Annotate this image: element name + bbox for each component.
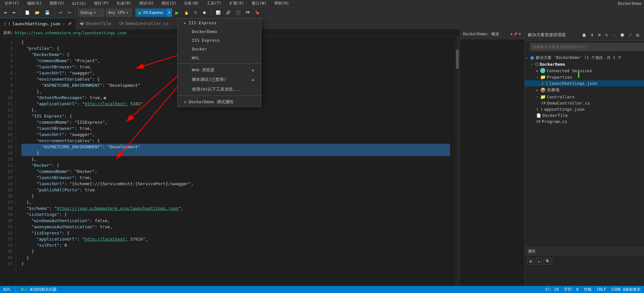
cs-arrow: ▶: [536, 69, 538, 73]
save-all-button[interactable]: 💾: [43, 9, 52, 16]
se-democontroller[interactable]: C# DemoController.cs: [525, 100, 644, 106]
status-col: 字符: 8: [564, 287, 579, 292]
se-launchsettings[interactable]: { } launchSettings.json: [525, 80, 644, 86]
se-refresh-btn[interactable]: ↻: [604, 32, 610, 38]
se-controllers[interactable]: ▾ 📁 Controllers: [525, 94, 644, 100]
democontroller-label: DemoController.cs: [547, 101, 590, 106]
main-area: 架构: https://json.schemastore.org/launchs…: [0, 29, 644, 286]
code-line: }: [21, 254, 450, 261]
undo-button[interactable]: ↩: [57, 9, 64, 16]
menu-item-test[interactable]: 测试(S): [159, 0, 178, 7]
code-line: "Docker": {: [21, 162, 450, 168]
back-button[interactable]: ⬅: [2, 9, 9, 16]
scrollbar-thumb[interactable]: [456, 50, 459, 69]
bookmark-button[interactable]: 🔖: [253, 9, 262, 16]
tab-launch-settings[interactable]: { } launchSettings.json ✕ 📌: [0, 18, 76, 29]
diagnostics-button[interactable]: 📊: [214, 9, 223, 16]
preview-pin[interactable]: 📌: [513, 32, 517, 36]
se-new-btn[interactable]: 🔲: [618, 32, 626, 38]
se-connected-services[interactable]: ▶ ⚡ Connected Services: [525, 67, 644, 74]
menu-item-tools[interactable]: 工具(T): [205, 0, 224, 7]
code-line: }: [21, 248, 450, 254]
toolbar: ⬅ ➡ 📄 📂 💾 ↩ ↪ Debug ▾ Any CPU ▾ ▶ IIS Ex…: [0, 7, 644, 18]
preview-header: DockerDemo: 概述 ▾ 📌 ✕: [460, 29, 524, 39]
menu-item-help[interactable]: 帮助(H): [272, 0, 291, 7]
solution-explorer-tree: ▾ 🔷 解决方案 'DockerDemo' (1 个项目，共 1 个 ▾ ⬡ D…: [525, 53, 644, 247]
props-folder-icon: 📁: [540, 74, 546, 80]
editor-scrollbar[interactable]: [455, 37, 460, 286]
toolbar-separator-2: [54, 9, 55, 16]
se-home-btn[interactable]: 🏠: [580, 32, 588, 38]
breakpoints-button[interactable]: ⬛: [234, 9, 243, 16]
dropdown-web-browser[interactable]: Web 浏览器 ▶: [178, 65, 261, 75]
debug-config-dropdown[interactable]: Debug ▾: [78, 9, 104, 17]
dropdown-dockerdemo[interactable]: DockerDemo: [178, 27, 261, 36]
se-settings-btn[interactable]: ⚙: [596, 32, 603, 38]
menu-item-project[interactable]: 项目(P): [92, 0, 111, 7]
menu-item-analyze[interactable]: 分析(N): [182, 0, 201, 7]
menu-item-file[interactable]: 文件(F): [3, 0, 21, 7]
menu-item-edit[interactable]: 编辑(E): [25, 0, 44, 7]
cpu-config-dropdown[interactable]: Any CPU ▾: [106, 9, 132, 17]
project-node[interactable]: ▾ ⬡ DockerDemo: [525, 61, 644, 67]
properties-header: 属性: [525, 247, 644, 256]
dropdown-script-debug[interactable]: 脚本调试(已禁用) ▶: [178, 75, 261, 85]
prop-grid-btn[interactable]: ⊞: [527, 258, 534, 265]
dropdown-wsl[interactable]: WSL: [178, 53, 261, 62]
menu-item-debug[interactable]: 调试(D): [137, 0, 156, 7]
se-filter-btn[interactable]: ▤: [634, 32, 641, 38]
menu-item-git[interactable]: Git(G): [70, 1, 88, 6]
dropdown-debug-props[interactable]: ⚙ DockerDemo 调试属性: [178, 97, 261, 107]
code-map-button[interactable]: 🗺: [244, 9, 252, 16]
line-numbers: 1234567891011121314151617181920212223242…: [0, 37, 16, 286]
tab-demo-controller[interactable]: C# DemoController.cs: [115, 18, 173, 29]
play-icon-menu: ▶: [184, 21, 186, 25]
redo-button[interactable]: ↪: [66, 9, 73, 16]
run-button[interactable]: ▶ IIS Express: [135, 8, 166, 17]
menu-item-window[interactable]: 窗口(W): [250, 0, 268, 7]
se-appsettings[interactable]: { } appsettings.json: [525, 106, 644, 112]
prop-list-btn[interactable]: ≡: [536, 258, 542, 265]
status-dot: [21, 288, 24, 291]
run-dropdown-button[interactable]: ▾: [166, 8, 172, 17]
hot-reload-button[interactable]: 🔥: [182, 9, 191, 16]
menu-item-build[interactable]: 生成(B): [115, 0, 133, 7]
menu-item-extensions[interactable]: 扩展(X): [227, 0, 246, 7]
solution-explorer-title: 解决方案资源管理器: [528, 32, 566, 38]
solution-root[interactable]: ▾ 🔷 解决方案 'DockerDemo' (1 个项目，共 1 个: [525, 54, 644, 61]
se-properties[interactable]: ▾ 📁 Properties: [525, 74, 644, 80]
preview-close[interactable]: ✕: [518, 32, 521, 36]
se-programcs[interactable]: C# Program.cs: [525, 118, 644, 125]
prop-search-btn[interactable]: 🔍: [544, 258, 552, 265]
close-tab-launch-settings[interactable]: ✕: [62, 22, 66, 26]
dropdown-iis-express[interactable]: IIS Express: [178, 36, 261, 45]
tab-icon-dockerfile: 🐳: [80, 21, 84, 26]
se-search-input[interactable]: [530, 43, 644, 51]
properties-toolbar: ⊞ ≡ 🔍: [525, 256, 644, 267]
new-file-button[interactable]: 📄: [23, 9, 32, 16]
se-expand-btn[interactable]: ⤢: [627, 32, 633, 38]
submenu-arrow-web: ▶: [252, 68, 255, 73]
preview-dropdown[interactable]: ▾: [511, 32, 512, 36]
dropdown-iis-express-run[interactable]: ▶ IIS Express: [178, 18, 261, 27]
tab-dockerfile[interactable]: 🐳 Dockerfile: [76, 18, 115, 29]
dropdown-docker[interactable]: Docker: [178, 45, 261, 53]
dropdown-open-with[interactable]: 使用(H)以下工具浏览...: [178, 85, 261, 94]
se-up-btn[interactable]: ⬆: [589, 32, 595, 38]
deps-icon: 📦: [540, 87, 546, 93]
attach-button[interactable]: 🔗: [224, 9, 233, 16]
se-dependencies[interactable]: ▶ 📦 依赖项: [525, 86, 644, 94]
open-button[interactable]: 📂: [33, 9, 42, 16]
continue-button[interactable]: ▶: [173, 9, 181, 16]
dropdown-iis-express-label: IIS Express: [192, 38, 220, 43]
restart-button[interactable]: ↻: [192, 9, 199, 16]
breadcrumb-url[interactable]: https://json.schemastore.org/launchsetti…: [15, 31, 127, 35]
zoom-level[interactable]: 82%: [3, 287, 10, 292]
status-message: ✓ 未找到相关问题: [21, 287, 57, 292]
menu-item-view[interactable]: 视图(V): [48, 0, 66, 7]
se-arrow-left[interactable]: ←: [611, 32, 617, 38]
se-dockerfile[interactable]: 📄 Dockerfile: [525, 112, 644, 118]
forward-button[interactable]: ➡: [10, 9, 17, 16]
pin-icon[interactable]: 📌: [68, 22, 71, 26]
stop-button[interactable]: ⏹: [201, 9, 208, 16]
